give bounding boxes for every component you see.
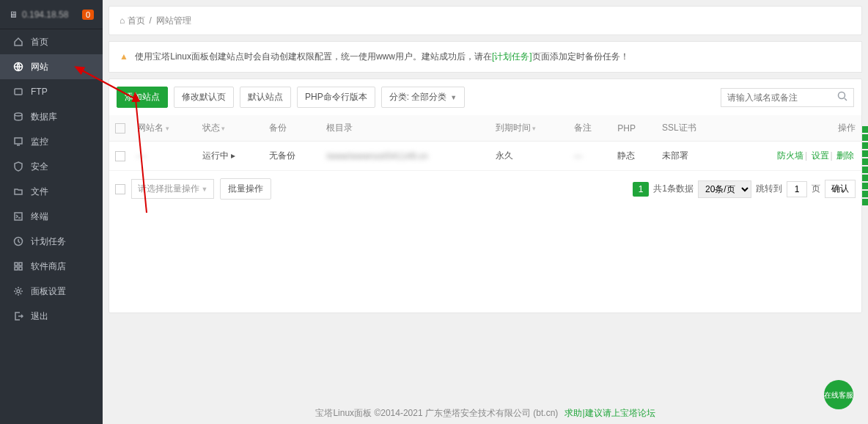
site-panel: 添加站点 修改默认页 默认站点 PHP命令行版本 分类: 全部分类 网站名 状态…: [108, 78, 862, 313]
col-status[interactable]: 状态: [196, 115, 264, 142]
col-ssl: SSL证书: [656, 115, 725, 142]
breadcrumb-current: 网站管理: [156, 15, 191, 27]
jump-confirm-button[interactable]: 确认: [825, 180, 856, 198]
search-icon: [837, 91, 847, 101]
sidebar-item-8[interactable]: 计划任务: [0, 229, 103, 254]
batch-button[interactable]: 批量操作: [220, 178, 271, 200]
logout-icon: [13, 311, 23, 321]
notice-text-1: 使用宝塔Linux面板创建站点时会自动创建权限配置，统一使用www用户。建站成功…: [135, 51, 492, 62]
cell-php[interactable]: 静态: [611, 142, 656, 171]
sidebar-item-5[interactable]: 安全: [0, 154, 103, 179]
globe-icon: [13, 62, 23, 72]
sidebar-item-label: 数据库: [31, 111, 57, 123]
terminal-icon: [13, 211, 23, 222]
main: ⌂ 首页 / 网站管理 ▲ 使用宝塔Linux面板创建站点时会自动创建权限配置，…: [103, 0, 868, 424]
col-backup: 备份: [263, 115, 320, 142]
notice-text-2: 页面添加定时备份任务！: [532, 51, 629, 62]
sidebar-item-2[interactable]: FTP: [0, 79, 103, 104]
ftp-icon: [13, 87, 23, 97]
cell-root[interactable]: /www/wwwroot/041149.cn: [326, 151, 428, 161]
batch-select[interactable]: 请选择批量操作: [131, 179, 214, 199]
cell-status[interactable]: 运行中 ▸: [196, 142, 264, 171]
php-cli-button[interactable]: PHP命令行版本: [297, 87, 375, 108]
toolbar: 添加站点 修改默认页 默认站点 PHP命令行版本 分类: 全部分类: [109, 79, 861, 108]
firewall-link[interactable]: 防火墙: [777, 150, 803, 161]
clock-icon: [13, 236, 23, 246]
modify-default-button[interactable]: 修改默认页: [174, 87, 234, 108]
sidebar-item-11[interactable]: 退出: [0, 304, 103, 329]
grid-icon: [13, 261, 23, 271]
default-site-button[interactable]: 默认站点: [240, 87, 291, 108]
add-site-button[interactable]: 添加站点: [117, 87, 168, 108]
search-input[interactable]: [721, 89, 831, 106]
svg-rect-6: [15, 263, 18, 266]
col-expire[interactable]: 到期时间: [490, 115, 568, 142]
svg-point-10: [17, 290, 20, 293]
sidebar-item-10[interactable]: 面板设置: [0, 279, 103, 304]
breadcrumb: ⌂ 首页 / 网站管理: [108, 6, 862, 35]
sidebar-item-4[interactable]: 监控: [0, 129, 103, 154]
notice-link[interactable]: [计划任务]: [492, 51, 532, 62]
footer-link[interactable]: 求助|建议请上宝塔论坛: [564, 408, 655, 418]
shield-icon: [13, 161, 23, 172]
batch-row: 请选择批量操作 批量操作 1 共1条数据 20条/页 跳转到 页 确认: [109, 171, 861, 207]
total-count: 共1条数据: [653, 183, 694, 195]
delete-link[interactable]: 删除: [836, 150, 854, 161]
settings-link[interactable]: 设置: [812, 150, 829, 161]
online-service-button[interactable]: 在线客服: [824, 380, 853, 409]
col-action: 操作: [725, 115, 862, 142]
sidebar-item-7[interactable]: 终端: [0, 204, 103, 229]
jump-label: 跳转到: [756, 183, 782, 195]
page-unit: 页: [812, 183, 820, 195]
sidebar-header: 🖥 0.194.18.58 0: [0, 0, 103, 29]
category-select[interactable]: 分类: 全部分类: [381, 87, 466, 108]
sidebar-item-label: 网站: [31, 61, 48, 73]
svg-point-11: [839, 92, 845, 99]
svg-rect-9: [19, 267, 22, 270]
site-table: 网站名 状态 备份 根目录 到期时间 备注 PHP SSL证书 操作 — 运行中…: [109, 115, 861, 171]
table-row: — 运行中 ▸ 无备份 /www/wwwroot/041149.cn 永久 — …: [109, 142, 861, 171]
sidebar-item-label: 软件商店: [31, 260, 66, 273]
home-icon: [13, 37, 23, 47]
message-badge[interactable]: 0: [82, 10, 94, 20]
sidebar-item-label: 面板设置: [31, 285, 66, 298]
col-sitename[interactable]: 网站名: [131, 115, 196, 142]
sidebar-item-label: 首页: [31, 36, 48, 48]
batch-checkbox[interactable]: [115, 184, 125, 194]
monitor-icon: [13, 136, 23, 147]
cell-sitename[interactable]: —: [137, 151, 146, 161]
sidebar-item-6[interactable]: 文件: [0, 179, 103, 204]
page-size-select[interactable]: 20条/页: [698, 180, 751, 198]
scroll-indicator: [862, 125, 868, 205]
cell-ssl[interactable]: 未部署: [656, 142, 725, 171]
sidebar: 🖥 0.194.18.58 0 首页网站FTP数据库监控安全文件终端计划任务软件…: [0, 0, 103, 424]
search-box: [721, 88, 854, 107]
col-php: PHP: [611, 115, 656, 142]
svg-rect-8: [15, 267, 18, 270]
sidebar-item-label: 终端: [31, 211, 48, 223]
svg-line-12: [845, 98, 847, 100]
row-checkbox[interactable]: [115, 151, 125, 161]
sidebar-item-label: 文件: [31, 186, 48, 198]
search-button[interactable]: [831, 89, 853, 106]
breadcrumb-home[interactable]: 首页: [128, 15, 145, 27]
select-all-checkbox[interactable]: [115, 123, 125, 134]
sidebar-item-3[interactable]: 数据库: [0, 104, 103, 129]
cell-expire[interactable]: 永久: [490, 142, 568, 171]
server-ip: 0.194.18.58: [22, 10, 82, 20]
gear-icon: [13, 286, 23, 296]
col-remark: 备注: [568, 115, 612, 142]
monitor-small-icon: 🖥: [9, 10, 18, 20]
cell-backup[interactable]: 无备份: [263, 142, 320, 171]
pager: 1 共1条数据 20条/页 跳转到 页 确认: [633, 180, 856, 198]
jump-input[interactable]: [787, 181, 807, 197]
sidebar-item-label: 计划任务: [31, 235, 66, 248]
sidebar-item-0[interactable]: 首页: [0, 29, 103, 54]
svg-rect-1: [15, 89, 22, 95]
sidebar-item-label: 安全: [31, 161, 48, 173]
notice-bar: ▲ 使用宝塔Linux面板创建站点时会自动创建权限配置，统一使用www用户。建站…: [108, 41, 862, 73]
footer: 宝塔Linux面板 ©2014-2021 广东堡塔安全技术有限公司 (bt.cn…: [103, 407, 868, 420]
cell-remark[interactable]: —: [574, 151, 583, 161]
sidebar-item-1[interactable]: 网站: [0, 54, 103, 79]
sidebar-item-9[interactable]: 软件商店: [0, 254, 103, 279]
